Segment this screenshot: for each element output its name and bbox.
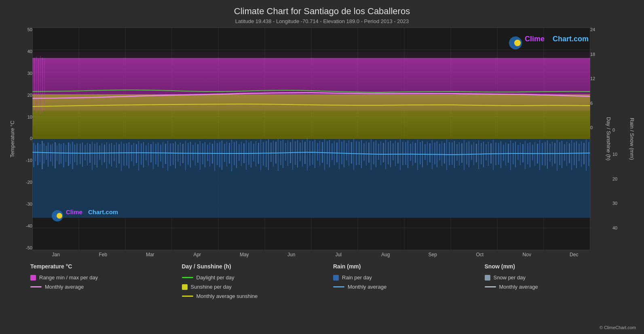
legend-item-rain-per-day: Rain per day <box>333 274 485 281</box>
svg-rect-247 <box>574 143 575 165</box>
legend-label-sunshine-avg: Monthly average sunshine <box>196 293 258 299</box>
svg-rect-174 <box>395 141 396 166</box>
svg-rect-206 <box>473 142 474 165</box>
legend-line-daylight <box>182 277 193 278</box>
svg-rect-62 <box>121 142 122 171</box>
legend-col-snow: Snow (mm) Snow per day Monthly average <box>485 263 636 299</box>
svg-rect-234 <box>542 143 543 165</box>
svg-rect-58 <box>111 143 112 166</box>
svg-rect-201 <box>461 143 462 163</box>
svg-rect-103 <box>222 140 222 170</box>
svg-rect-104 <box>224 144 225 162</box>
svg-rect-73 <box>148 143 149 166</box>
svg-rect-67 <box>133 143 134 166</box>
svg-rect-177 <box>402 142 403 165</box>
svg-rect-214 <box>493 140 494 170</box>
svg-rect-242 <box>562 141 562 168</box>
svg-rect-31 <box>48 143 49 167</box>
svg-rect-24 <box>33 143 34 167</box>
svg-rect-240 <box>557 140 557 171</box>
svg-rect-79 <box>163 142 163 168</box>
legend-item-sunshine-avg: Monthly average sunshine <box>182 293 334 299</box>
svg-rect-60 <box>116 143 117 168</box>
svg-rect-248 <box>576 141 577 168</box>
chart-container: Climate Chart for Santiago de los Caball… <box>0 0 644 334</box>
svg-rect-80 <box>165 144 166 164</box>
right-axis-label-sunshine: Day / Sunshine (h) <box>604 28 612 250</box>
svg-rect-84 <box>175 142 176 168</box>
svg-rect-207 <box>476 144 477 162</box>
svg-rect-199 <box>456 144 458 161</box>
legend-label-snow-avg: Monthly average <box>499 284 538 290</box>
svg-rect-190 <box>434 143 435 164</box>
svg-rect-163 <box>368 143 370 163</box>
svg-rect-183 <box>417 140 418 170</box>
svg-rect-130 <box>287 140 288 166</box>
svg-rect-129 <box>285 143 286 161</box>
svg-rect-34 <box>55 142 56 168</box>
svg-rect-182 <box>415 143 416 163</box>
svg-rect-196 <box>449 142 450 165</box>
svg-rect-237 <box>549 144 551 162</box>
svg-rect-42 <box>72 142 73 169</box>
legend-col-rain-title: Rain (mm) <box>333 263 485 270</box>
svg-rect-55 <box>104 145 105 162</box>
svg-rect-48 <box>87 143 88 166</box>
svg-rect-57 <box>109 144 110 164</box>
svg-rect-88 <box>185 141 186 170</box>
svg-rect-184 <box>420 142 421 164</box>
svg-rect-133 <box>295 141 296 165</box>
svg-rect-203 <box>466 143 467 164</box>
svg-rect-246 <box>571 140 572 170</box>
svg-rect-175 <box>397 143 399 164</box>
svg-rect-150 <box>336 143 338 162</box>
svg-text:Chart.com: Chart.com <box>88 208 118 215</box>
svg-rect-251 <box>583 143 585 164</box>
svg-rect-161 <box>363 143 365 161</box>
svg-rect-102 <box>219 142 220 167</box>
chart-area-wrapper: Temperature °C 50 40 30 20 10 0 -10 -20 … <box>8 28 636 250</box>
svg-rect-96 <box>205 142 205 167</box>
svg-rect-159 <box>359 142 360 165</box>
svg-rect-252 <box>586 139 587 171</box>
svg-rect-86 <box>180 143 181 166</box>
svg-rect-47 <box>84 145 86 160</box>
svg-rect-92 <box>195 143 196 166</box>
svg-rect-229 <box>530 142 530 167</box>
svg-rect-50 <box>92 142 93 170</box>
svg-rect-231 <box>534 142 535 166</box>
svg-rect-100 <box>214 140 215 171</box>
svg-text:Chart.com: Chart.com <box>553 35 589 43</box>
svg-rect-52 <box>97 143 97 168</box>
svg-rect-71 <box>143 142 144 168</box>
svg-rect-41 <box>70 144 71 164</box>
legend-swatch-snow <box>485 275 490 281</box>
left-axis-ticks: 50 40 30 20 10 0 -10 -20 -30 -40 -50 <box>17 28 32 250</box>
svg-rect-61 <box>118 144 120 164</box>
svg-rect-134 <box>297 140 298 168</box>
svg-rect-180 <box>410 144 411 161</box>
svg-rect-192 <box>439 144 440 160</box>
svg-rect-113 <box>246 140 247 170</box>
svg-rect-147 <box>329 140 330 167</box>
svg-rect-101 <box>217 143 218 165</box>
svg-rect-148 <box>332 143 333 160</box>
svg-rect-165 <box>373 142 374 164</box>
svg-rect-83 <box>173 143 174 165</box>
svg-rect-162 <box>366 141 367 166</box>
svg-rect-136 <box>302 140 303 166</box>
svg-rect-119 <box>260 139 261 170</box>
svg-rect-77 <box>158 143 158 167</box>
svg-rect-98 <box>209 143 210 166</box>
svg-rect-181 <box>412 142 413 166</box>
legend-col-snow-title: Snow (mm) <box>485 263 636 270</box>
svg-rect-173 <box>393 143 394 160</box>
svg-rect-53 <box>99 145 100 160</box>
svg-rect-200 <box>459 142 460 166</box>
svg-text:Clime: Clime <box>66 208 82 215</box>
x-axis-labels: Jan Feb Mar Apr May Jun Jul Aug Sep Oct … <box>32 252 598 257</box>
svg-rect-29 <box>44 143 44 164</box>
legend-label-temp-avg: Monthly average <box>45 284 84 290</box>
svg-rect-56 <box>106 142 107 168</box>
svg-rect-205 <box>471 145 472 160</box>
